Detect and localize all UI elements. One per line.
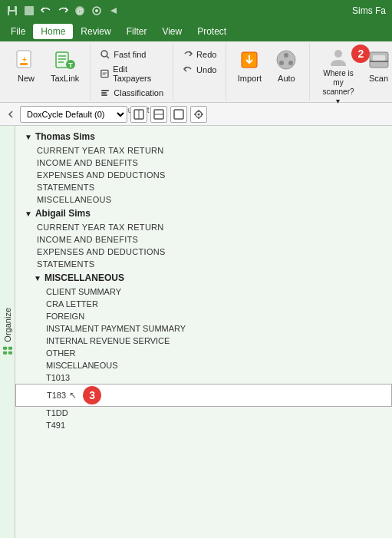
main-layout: Organize ▼ Thomas Sims CURRENT YEAR TAX …	[0, 126, 392, 538]
thomas-current-tax[interactable]: CURRENT YEAR TAX RETURN	[15, 144, 392, 157]
view-mode-1-button[interactable]	[130, 106, 147, 123]
cursor-indicator: ↖	[69, 390, 77, 401]
scan-label: Scan	[369, 74, 388, 83]
title-bar: @ Sims Fa	[0, 0, 392, 21]
tree-panel: ▼ Thomas Sims CURRENT YEAR TAX RETURN IN…	[15, 126, 392, 538]
thomas-statements[interactable]: STATEMENTS	[15, 181, 392, 193]
svg-rect-33	[373, 55, 385, 61]
thomas-arrow: ▼	[25, 133, 32, 141]
redo-toolbar-icon[interactable]	[57, 5, 69, 17]
abigail-sims-label: Abigail Sims	[35, 208, 91, 219]
menu-view[interactable]: View	[154, 24, 189, 39]
undo-button[interactable]: Undo	[180, 63, 219, 77]
menu-filter[interactable]: Filter	[119, 24, 155, 39]
foreign[interactable]: FOREIGN	[15, 310, 392, 322]
svg-text:@: @	[76, 7, 84, 15]
svg-text:T: T	[68, 61, 73, 69]
ribbon: + New T TaxLink	[0, 41, 392, 103]
svg-point-41	[198, 113, 200, 115]
import-items: Import Auto	[232, 45, 303, 99]
svg-point-30	[288, 61, 293, 65]
menu-file[interactable]: File	[3, 24, 33, 39]
classification-icon	[100, 87, 110, 98]
taxlink-icon: T	[53, 48, 77, 72]
svg-line-18	[107, 56, 109, 58]
internal-revenue[interactable]: INTERNAL REVENUE SERVICE	[15, 335, 392, 347]
ribbon-group-new: + New T TaxLink	[3, 43, 91, 101]
t183[interactable]: T183 ↖ 3	[15, 384, 392, 407]
ribbon-group-undoredo: Redo Undo	[173, 43, 226, 101]
cra-letter[interactable]: CRA LETTER	[15, 298, 392, 310]
menu-review[interactable]: Review	[73, 24, 118, 39]
svg-point-31	[334, 50, 342, 58]
svg-rect-48	[8, 347, 12, 350]
redo-label: Redo	[196, 50, 216, 59]
save-as-icon[interactable]	[23, 5, 35, 17]
svg-rect-1	[10, 6, 15, 10]
svg-text:+: +	[22, 55, 27, 64]
abigail-misc-header[interactable]: ▼ MISCELLANEOUS	[15, 270, 392, 286]
abigail-expenses[interactable]: EXPENSES AND DEDUCTIONS	[15, 246, 392, 258]
taxlink-label: TaxLink	[51, 74, 79, 83]
import-label: Import	[238, 74, 262, 83]
organize-tab[interactable]: Organize	[0, 126, 15, 538]
import-icon	[237, 48, 262, 72]
svg-point-29	[279, 61, 284, 65]
abigail-arrow: ▼	[25, 210, 32, 218]
abigail-income[interactable]: INCOME AND BENEFITS	[15, 233, 392, 246]
abigail-statements[interactable]: STATEMENTS	[15, 258, 392, 270]
view-mode-3-button[interactable]	[170, 106, 187, 123]
abigail-current-tax[interactable]: CURRENT YEAR TAX RETURN	[15, 221, 392, 233]
redo-icon	[183, 49, 193, 60]
edit-taxpayers-label: Edit Taxpayers	[113, 64, 163, 83]
title-bar-icons: @	[6, 5, 120, 17]
instalment-payment[interactable]: INSTALMENT PAYMENT SUMMARY	[15, 322, 392, 335]
abigail-sims-header[interactable]: ▼ Abigail Sims	[15, 206, 392, 221]
svg-point-28	[284, 53, 288, 58]
import-button[interactable]: Import	[232, 45, 266, 86]
profile-select[interactable]: DoxCycle Default (0)	[20, 106, 127, 123]
svg-rect-46	[8, 352, 12, 355]
edit-taxpayers-button[interactable]: Edit Taxpayers	[97, 63, 166, 84]
email-icon[interactable]: @	[74, 5, 86, 17]
new-button[interactable]: + New	[9, 45, 43, 86]
taxlink-button[interactable]: T TaxLink	[46, 45, 84, 86]
thomas-misc[interactable]: MISCELLANEOUS	[15, 193, 392, 206]
client-summary[interactable]: CLIENT SUMMARY	[15, 286, 392, 298]
t491[interactable]: T491	[15, 419, 392, 431]
ribbon-group-import: Import Auto	[226, 43, 310, 101]
thomas-expenses[interactable]: EXPENSES AND DEDUCTIONS	[15, 169, 392, 181]
save-icon[interactable]	[6, 5, 18, 17]
undo-toolbar-icon[interactable]	[40, 5, 52, 17]
classification-label: Classification	[114, 88, 163, 97]
organize-label: Organize	[2, 308, 13, 356]
other[interactable]: OTHER	[15, 347, 392, 359]
thomas-income[interactable]: INCOME AND BENEFITS	[15, 157, 392, 169]
t1dd[interactable]: T1DD	[15, 407, 392, 419]
undo-label: Undo	[196, 65, 216, 74]
svg-rect-39	[174, 110, 183, 119]
classification-button[interactable]: Classification	[97, 86, 166, 100]
svg-rect-24	[101, 94, 107, 96]
ribbon-group-document: Fast find Edit Taxpayers Classification	[91, 43, 173, 101]
miscellaneous-sub[interactable]: MISCELLANEOUS	[15, 359, 392, 371]
svg-point-17	[101, 51, 107, 57]
toolbar-settings-icon	[193, 109, 204, 120]
view-mode-2-button[interactable]	[150, 106, 167, 123]
menu-home[interactable]: Home	[33, 24, 73, 39]
collapse-left-icon[interactable]	[5, 108, 17, 120]
t1013[interactable]: T1013	[15, 371, 392, 384]
settings-icon[interactable]	[91, 5, 103, 17]
menu-protect[interactable]: Protect	[189, 24, 234, 39]
view-mode-2-icon	[153, 109, 164, 120]
more-icon[interactable]	[107, 5, 120, 17]
menu-bar: File Home Review Filter View Protect	[0, 21, 392, 41]
redo-button[interactable]: Redo	[180, 48, 219, 61]
toolbar-settings-button[interactable]	[190, 106, 207, 123]
thomas-sims-header[interactable]: ▼ Thomas Sims	[15, 129, 392, 144]
fast-find-label: Fast find	[114, 50, 146, 59]
fast-find-button[interactable]: Fast find	[97, 48, 166, 61]
auto-button[interactable]: Auto	[269, 45, 303, 86]
new-label: New	[18, 74, 35, 83]
view-mode-1-icon	[133, 109, 144, 120]
